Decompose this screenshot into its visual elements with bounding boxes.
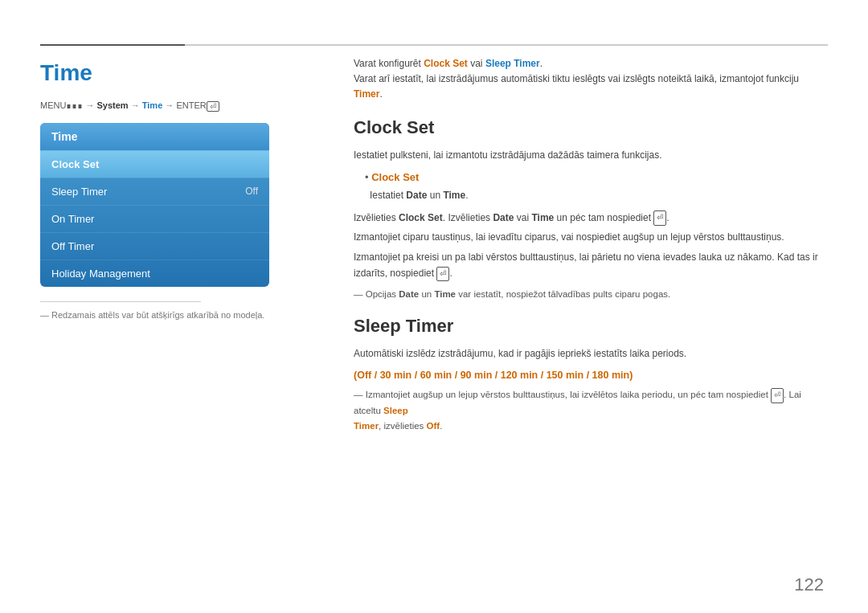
- sub1-date: Date: [493, 212, 514, 223]
- sleep-timer-title: Sleep Timer: [354, 316, 828, 337]
- page-number: 122: [794, 574, 824, 595]
- sub1-mid2: vai: [514, 212, 531, 223]
- sleep-timer-section: Sleep Timer Automātiski izslēdz izstrādā…: [354, 316, 828, 433]
- enter-icon-3: ⏎: [771, 388, 784, 403]
- intro-mid: vai: [468, 58, 485, 69]
- sub1-time: Time: [531, 212, 554, 223]
- note-time: Time: [434, 289, 456, 299]
- clock-set-sub1: Izvēlieties Clock Set. Izvēlieties Date …: [354, 210, 828, 227]
- page-container: Time MENU∎∎∎ → System → Time → ENTER⏎ Ti…: [0, 0, 868, 613]
- sleep-note-sleep: Sleep: [383, 406, 408, 415]
- clock-set-bullet-label: Clock Set: [371, 171, 419, 183]
- footnote-divider: [40, 301, 201, 302]
- arrow2: →: [131, 100, 142, 110]
- intro-timer: Timer: [354, 88, 379, 100]
- sidebar-on-timer-label: On Timer: [51, 213, 94, 225]
- sleep-note-off: Off: [427, 421, 440, 431]
- clock-set-bullet-sub: Iestatiet Date un Time.: [370, 188, 828, 204]
- sidebar-off-timer-label: Off Timer: [51, 240, 94, 252]
- sub1-bold: Clock Set: [399, 212, 443, 223]
- sleep-timer-desc: Automātiski izslēdz izstrādājumu, kad ir…: [354, 346, 828, 362]
- content-area: Time MENU∎∎∎ → System → Time → ENTER⏎ Ti…: [40, 56, 828, 433]
- top-divider-accent: [40, 44, 185, 46]
- sleep-note-suffix: .: [440, 421, 442, 431]
- sidebar-sleep-timer-label: Sleep Timer: [51, 186, 107, 198]
- time-label: Time: [142, 100, 162, 110]
- sub1-mid: . Izvēlieties: [443, 212, 493, 223]
- sleep-timer-note: Izmantojiet augšup un lejup vērstos bult…: [354, 387, 828, 433]
- sub3-period: .: [449, 268, 452, 279]
- sidebar-sleep-timer-value: Off: [245, 186, 258, 197]
- sub1-suffix: un péc tam nospiediet: [554, 212, 651, 223]
- bullet-sub-prefix: Iestatiet: [370, 190, 406, 201]
- intro-clock-set: Clock Set: [424, 58, 468, 69]
- time-label1: Time: [443, 190, 465, 201]
- intro-sleep-timer: Sleep Timer: [485, 58, 540, 69]
- menu-icon: ∎∎∎: [66, 100, 83, 110]
- sub3-prefix: Izmantojiet pa kreisi un pa labi vērstos…: [354, 251, 818, 279]
- clock-set-desc: Iestatiet pulksteni, lai izmantotu izstr…: [354, 148, 828, 163]
- enter-icon-1: ⏎: [653, 210, 666, 226]
- sidebar-item-off-timer[interactable]: Off Timer: [40, 232, 269, 260]
- clock-set-sub2: Izmantojiet ciparu taustiņus, lai ievadī…: [354, 230, 828, 246]
- note-suffix: var iestatīt, nospiežot tālvadības pults…: [456, 289, 670, 299]
- right-column: Varat konfigurēt Clock Set vai Sleep Tim…: [354, 56, 828, 433]
- sidebar-item-on-timer[interactable]: On Timer: [40, 205, 269, 232]
- page-title: Time: [40, 60, 321, 86]
- sleep-note-line2-timer: Timer: [354, 421, 379, 431]
- arrow1: →: [85, 100, 96, 110]
- arrow3: →: [165, 100, 176, 110]
- date-label1: Date: [406, 190, 427, 201]
- intro-suffix: .: [540, 58, 542, 69]
- bullet-sub-mid: un: [427, 190, 443, 201]
- enter-icon: ⏎: [207, 101, 219, 112]
- clock-set-section: Clock Set Iestatiet pulksteni, lai izman…: [354, 117, 828, 302]
- sidebar-title: Time: [40, 123, 269, 150]
- sleep-note-prefix: Izmantojiet augšup un lejup vērstos bult…: [366, 390, 768, 399]
- sidebar-panel: Time Clock Set Sleep Timer Off On Timer …: [40, 123, 269, 287]
- sidebar-item-clock-set[interactable]: Clock Set: [40, 150, 269, 178]
- sub1-period: .: [666, 212, 669, 223]
- intro-line2: Varat arī iestatīt, lai izstrādājumus au…: [354, 73, 799, 84]
- intro-text: Varat konfigurēt Clock Set vai Sleep Tim…: [354, 56, 828, 103]
- note-mid: un: [419, 289, 434, 299]
- intro-line2-suffix: .: [379, 88, 382, 100]
- sidebar-item-sleep-timer[interactable]: Sleep Timer Off: [40, 178, 269, 205]
- clock-set-note: Opcijas Date un Time var iestatīt, nospi…: [354, 287, 828, 301]
- system-label: System: [97, 100, 129, 110]
- note-prefix: Opcijas: [366, 289, 399, 299]
- clock-set-sub3: Izmantojiet pa kreisi un pa labi vērstos…: [354, 250, 828, 282]
- enter-icon-2: ⏎: [436, 267, 449, 282]
- clock-set-bullet: Clock Set: [365, 171, 828, 183]
- intro-prefix: Varat konfigurēt: [354, 58, 424, 69]
- sidebar-item-holiday-management[interactable]: Holiday Management: [40, 260, 269, 287]
- menu-label: MENU: [40, 100, 66, 110]
- note-date: Date: [399, 289, 419, 299]
- sidebar-holiday-label: Holiday Management: [51, 268, 150, 280]
- sub1-prefix: Izvēlieties: [354, 212, 399, 223]
- left-column: Time MENU∎∎∎ → System → Time → ENTER⏎ Ti…: [40, 56, 321, 433]
- sleep-timer-options: (Off / 30 min / 60 min / 90 min / 120 mi…: [354, 370, 828, 381]
- enter-label: ENTER⏎: [176, 100, 219, 110]
- footnote: ― Redzamais attēls var būt atšķirīgs atk…: [40, 310, 321, 320]
- clock-set-title: Clock Set: [354, 117, 828, 138]
- bullet-sub-suffix: .: [465, 190, 468, 201]
- sleep-note-line2-mid: , izvēlieties: [379, 421, 426, 431]
- sidebar-clock-set-label: Clock Set: [51, 158, 99, 170]
- menu-path: MENU∎∎∎ → System → Time → ENTER⏎: [40, 100, 321, 112]
